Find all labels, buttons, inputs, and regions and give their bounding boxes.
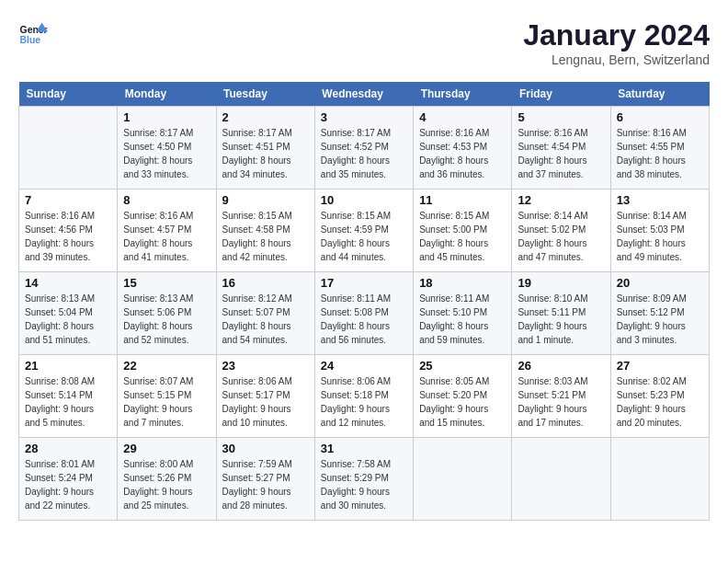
day-info: Sunrise: 8:02 AMSunset: 5:23 PMDaylight:…: [617, 374, 703, 430]
day-number: 11: [419, 193, 506, 207]
calendar-day-cell: 9Sunrise: 8:15 AMSunset: 4:58 PMDaylight…: [216, 190, 314, 272]
day-info: Sunrise: 8:17 AMSunset: 4:52 PMDaylight:…: [321, 126, 407, 181]
calendar-day-cell: 20Sunrise: 8:09 AMSunset: 5:12 PMDayligh…: [610, 272, 709, 355]
day-info: Sunrise: 8:16 AMSunset: 4:56 PMDaylight:…: [25, 209, 111, 264]
day-info: Sunrise: 8:12 AMSunset: 5:07 PMDaylight:…: [222, 292, 309, 347]
day-number: 20: [617, 276, 703, 290]
calendar-day-cell: 1Sunrise: 8:17 AMSunset: 4:50 PMDaylight…: [118, 107, 216, 190]
calendar-day-header: Tuesday: [216, 82, 314, 107]
day-info: Sunrise: 8:11 AMSunset: 5:10 PMDaylight:…: [419, 292, 506, 347]
day-number: 7: [25, 193, 111, 207]
day-info: Sunrise: 8:08 AMSunset: 5:14 PMDaylight:…: [25, 374, 111, 430]
calendar-day-header: Sunday: [19, 82, 118, 107]
day-info: Sunrise: 8:01 AMSunset: 5:24 PMDaylight:…: [25, 457, 111, 512]
day-info: Sunrise: 8:11 AMSunset: 5:08 PMDaylight:…: [321, 292, 407, 347]
day-info: Sunrise: 8:03 AMSunset: 5:21 PMDaylight:…: [518, 374, 604, 430]
location: Lengnau, Bern, Switzerland: [523, 52, 710, 67]
calendar-day-cell: 14Sunrise: 8:13 AMSunset: 5:04 PMDayligh…: [19, 272, 118, 355]
day-number: 4: [419, 110, 506, 124]
calendar-day-cell: 19Sunrise: 8:10 AMSunset: 5:11 PMDayligh…: [512, 272, 610, 355]
day-number: 25: [419, 359, 506, 373]
logo-icon: General Blue: [18, 18, 48, 48]
day-info: Sunrise: 8:10 AMSunset: 5:11 PMDaylight:…: [518, 292, 604, 347]
day-number: 23: [222, 359, 309, 373]
day-info: Sunrise: 8:13 AMSunset: 5:06 PMDaylight:…: [123, 292, 210, 347]
calendar-week-row: 1Sunrise: 8:17 AMSunset: 4:50 PMDaylight…: [19, 107, 710, 190]
calendar-day-header: Monday: [118, 82, 216, 107]
calendar-day-cell: [512, 438, 610, 521]
day-number: 1: [123, 110, 210, 124]
calendar-day-cell: 7Sunrise: 8:16 AMSunset: 4:56 PMDaylight…: [19, 190, 118, 272]
calendar-day-cell: 30Sunrise: 7:59 AMSunset: 5:27 PMDayligh…: [216, 438, 314, 521]
calendar-day-header: Thursday: [414, 82, 512, 107]
calendar-week-row: 21Sunrise: 8:08 AMSunset: 5:14 PMDayligh…: [19, 355, 710, 438]
day-info: Sunrise: 8:09 AMSunset: 5:12 PMDaylight:…: [617, 292, 703, 347]
calendar-day-cell: 2Sunrise: 8:17 AMSunset: 4:51 PMDaylight…: [216, 107, 314, 190]
calendar-day-cell: 23Sunrise: 8:06 AMSunset: 5:17 PMDayligh…: [216, 355, 314, 438]
title-block: January 2024 Lengnau, Bern, Switzerland: [523, 18, 710, 67]
day-number: 21: [25, 359, 111, 373]
day-number: 6: [617, 110, 703, 124]
logo: General Blue: [18, 18, 48, 48]
day-info: Sunrise: 8:06 AMSunset: 5:17 PMDaylight:…: [222, 374, 309, 430]
calendar-day-cell: 4Sunrise: 8:16 AMSunset: 4:53 PMDaylight…: [414, 107, 512, 190]
calendar-day-header: Friday: [512, 82, 610, 107]
day-number: 9: [222, 193, 309, 207]
day-number: 15: [123, 276, 210, 290]
day-number: 26: [518, 359, 604, 373]
calendar-week-row: 28Sunrise: 8:01 AMSunset: 5:24 PMDayligh…: [19, 438, 710, 521]
day-number: 2: [222, 110, 309, 124]
calendar-day-cell: 24Sunrise: 8:06 AMSunset: 5:18 PMDayligh…: [314, 355, 413, 438]
calendar-header-row: SundayMondayTuesdayWednesdayThursdayFrid…: [19, 82, 710, 107]
day-info: Sunrise: 8:16 AMSunset: 4:53 PMDaylight:…: [419, 126, 506, 181]
day-info: Sunrise: 7:58 AMSunset: 5:29 PMDaylight:…: [321, 457, 407, 512]
day-number: 29: [123, 442, 210, 455]
day-number: 17: [321, 276, 407, 290]
day-info: Sunrise: 8:07 AMSunset: 5:15 PMDaylight:…: [123, 374, 210, 430]
day-info: Sunrise: 8:16 AMSunset: 4:54 PMDaylight:…: [518, 126, 604, 181]
calendar-day-cell: 11Sunrise: 8:15 AMSunset: 5:00 PMDayligh…: [414, 190, 512, 272]
day-info: Sunrise: 8:16 AMSunset: 4:57 PMDaylight:…: [123, 209, 210, 264]
day-number: 24: [321, 359, 407, 373]
day-number: 8: [123, 193, 210, 207]
calendar-day-cell: 25Sunrise: 8:05 AMSunset: 5:20 PMDayligh…: [414, 355, 512, 438]
day-number: 12: [518, 193, 604, 207]
calendar-day-cell: 10Sunrise: 8:15 AMSunset: 4:59 PMDayligh…: [314, 190, 413, 272]
calendar-day-cell: [414, 438, 512, 521]
month-title: January 2024: [523, 18, 710, 52]
calendar-day-cell: 15Sunrise: 8:13 AMSunset: 5:06 PMDayligh…: [118, 272, 216, 355]
day-number: 19: [518, 276, 604, 290]
calendar-day-cell: 13Sunrise: 8:14 AMSunset: 5:03 PMDayligh…: [610, 190, 709, 272]
day-number: 22: [123, 359, 210, 373]
day-info: Sunrise: 8:00 AMSunset: 5:26 PMDaylight:…: [123, 457, 210, 512]
calendar-day-cell: 31Sunrise: 7:58 AMSunset: 5:29 PMDayligh…: [314, 438, 413, 521]
calendar-week-row: 7Sunrise: 8:16 AMSunset: 4:56 PMDaylight…: [19, 190, 710, 272]
day-info: Sunrise: 7:59 AMSunset: 5:27 PMDaylight:…: [222, 457, 309, 512]
day-info: Sunrise: 8:17 AMSunset: 4:51 PMDaylight:…: [222, 126, 309, 181]
page-header: General Blue January 2024 Lengnau, Bern,…: [18, 18, 710, 67]
calendar-day-cell: 28Sunrise: 8:01 AMSunset: 5:24 PMDayligh…: [19, 438, 118, 521]
calendar-table: SundayMondayTuesdayWednesdayThursdayFrid…: [18, 82, 710, 521]
day-info: Sunrise: 8:15 AMSunset: 4:59 PMDaylight:…: [321, 209, 407, 264]
day-number: 10: [321, 193, 407, 207]
calendar-day-cell: [19, 107, 118, 190]
calendar-day-cell: 6Sunrise: 8:16 AMSunset: 4:55 PMDaylight…: [610, 107, 709, 190]
day-number: 3: [321, 110, 407, 124]
day-info: Sunrise: 8:16 AMSunset: 4:55 PMDaylight:…: [617, 126, 703, 181]
day-info: Sunrise: 8:17 AMSunset: 4:50 PMDaylight:…: [123, 126, 210, 181]
calendar-week-row: 14Sunrise: 8:13 AMSunset: 5:04 PMDayligh…: [19, 272, 710, 355]
calendar-day-cell: 22Sunrise: 8:07 AMSunset: 5:15 PMDayligh…: [118, 355, 216, 438]
day-info: Sunrise: 8:14 AMSunset: 5:02 PMDaylight:…: [518, 209, 604, 264]
calendar-day-cell: 27Sunrise: 8:02 AMSunset: 5:23 PMDayligh…: [610, 355, 709, 438]
calendar-day-cell: 18Sunrise: 8:11 AMSunset: 5:10 PMDayligh…: [414, 272, 512, 355]
calendar-day-header: Wednesday: [314, 82, 413, 107]
day-number: 27: [617, 359, 703, 373]
calendar-day-cell: 8Sunrise: 8:16 AMSunset: 4:57 PMDaylight…: [118, 190, 216, 272]
calendar-day-cell: 21Sunrise: 8:08 AMSunset: 5:14 PMDayligh…: [19, 355, 118, 438]
day-info: Sunrise: 8:13 AMSunset: 5:04 PMDaylight:…: [25, 292, 111, 347]
day-number: 13: [617, 193, 703, 207]
calendar-day-cell: 29Sunrise: 8:00 AMSunset: 5:26 PMDayligh…: [118, 438, 216, 521]
calendar-day-cell: 3Sunrise: 8:17 AMSunset: 4:52 PMDaylight…: [314, 107, 413, 190]
day-info: Sunrise: 8:06 AMSunset: 5:18 PMDaylight:…: [321, 374, 407, 430]
calendar-day-cell: 17Sunrise: 8:11 AMSunset: 5:08 PMDayligh…: [314, 272, 413, 355]
